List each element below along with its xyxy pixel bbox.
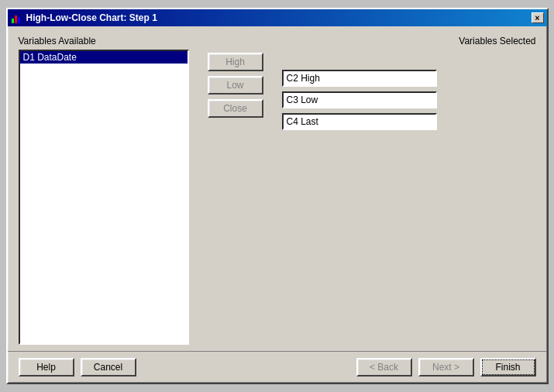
footer-left: Help Cancel — [19, 358, 136, 377]
back-button[interactable]: < Back — [356, 358, 412, 377]
content-area: Variables Available D1 DataDate Select /… — [8, 26, 547, 351]
high-field-row — [282, 70, 536, 87]
svg-rect-2 — [18, 17, 20, 23]
title-bar: High-Low-Close Chart: Step 1 × — [8, 9, 547, 26]
close-button[interactable]: × — [532, 12, 544, 23]
main-area: Variables Available D1 DataDate Select /… — [19, 36, 536, 345]
high-input[interactable] — [282, 70, 437, 87]
svg-rect-0 — [12, 19, 14, 23]
footer-right: < Back Next > Finish — [356, 358, 536, 377]
low-field-row — [282, 91, 536, 108]
low-input[interactable] — [282, 91, 437, 108]
chart-icon — [11, 12, 23, 24]
title-bar-left: High-Low-Close Chart: Step 1 — [11, 12, 157, 24]
variables-available-header: Variables Available — [19, 36, 189, 46]
cancel-button[interactable]: Cancel — [81, 358, 136, 377]
finish-button[interactable]: Finish — [480, 358, 536, 377]
variables-listbox[interactable]: D1 DataDate — [19, 50, 189, 345]
svg-rect-1 — [15, 15, 17, 23]
selected-fields — [282, 53, 536, 130]
low-button[interactable]: Low — [208, 76, 263, 95]
main-window: High-Low-Close Chart: Step 1 × Variables… — [6, 8, 549, 384]
next-button[interactable]: Next > — [418, 358, 474, 377]
variables-available-column: Variables Available D1 DataDate — [19, 36, 189, 345]
help-button[interactable]: Help — [19, 358, 74, 377]
variables-selected-header: Variables Selected — [409, 36, 536, 46]
footer: Help Cancel < Back Next > Finish — [8, 351, 547, 383]
close-field-row — [282, 113, 536, 130]
title-text: High-Low-Close Chart: Step 1 — [26, 12, 157, 23]
select-omit-column: Select / Omit High Low Close — [197, 36, 274, 345]
close-input[interactable] — [282, 113, 437, 130]
variables-selected-column: Variables Selected — [282, 36, 536, 345]
list-item[interactable]: D1 DataDate — [20, 51, 188, 64]
close-button-select[interactable]: Close — [208, 99, 263, 118]
high-button[interactable]: High — [208, 53, 263, 71]
